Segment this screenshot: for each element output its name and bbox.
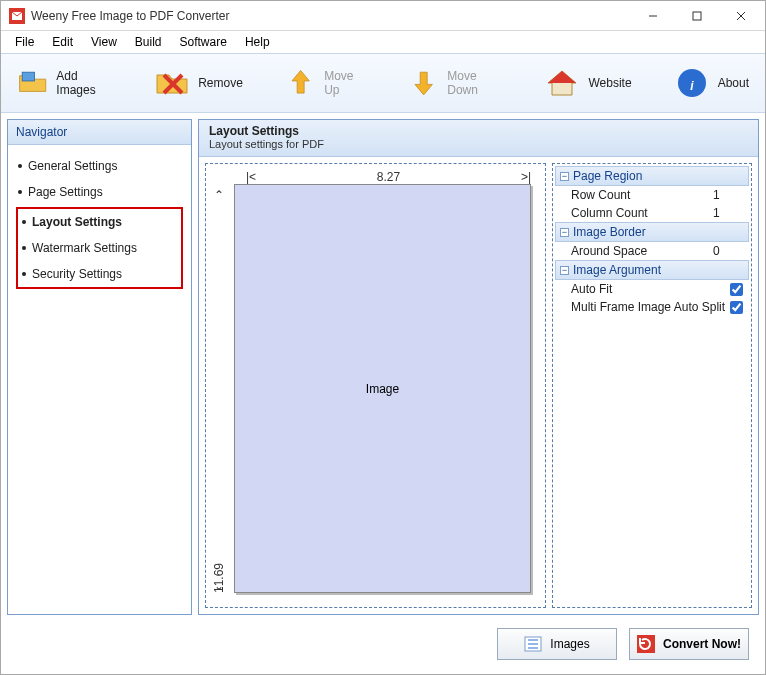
window-title: Weeny Free Image to PDF Converter <box>31 9 631 23</box>
arrow-down-icon <box>408 65 439 101</box>
nav-label: Security Settings <box>32 267 122 281</box>
prop-column-count[interactable]: Column Count1 <box>555 204 749 222</box>
arrow-up-icon <box>285 65 316 101</box>
convert-icon <box>637 635 655 653</box>
website-button[interactable]: Website <box>538 61 637 105</box>
content-panel: Layout Settings Layout settings for PDF … <box>198 119 759 615</box>
navigator-panel: Navigator General Settings Page Settings… <box>7 119 192 615</box>
auto-fit-checkbox[interactable] <box>730 283 743 296</box>
nav-item-layout[interactable]: Layout Settings <box>18 209 181 235</box>
remove-button[interactable]: Remove <box>148 61 249 105</box>
nav-item-watermark[interactable]: Watermark Settings <box>18 235 181 261</box>
toolbar: Add Images Remove Move Up Move Down Webs… <box>1 53 765 113</box>
move-up-button[interactable]: Move Up <box>279 61 372 105</box>
group-label: Image Border <box>573 225 646 239</box>
menu-view[interactable]: View <box>83 33 125 51</box>
svg-rect-5 <box>22 73 34 82</box>
nav-item-general[interactable]: General Settings <box>14 153 185 179</box>
main-area: Navigator General Settings Page Settings… <box>1 113 765 621</box>
menu-edit[interactable]: Edit <box>44 33 81 51</box>
close-button[interactable] <box>719 2 763 30</box>
prop-label: Column Count <box>571 206 648 220</box>
multi-split-checkbox[interactable] <box>730 301 743 314</box>
images-button[interactable]: Images <box>497 628 617 660</box>
nav-item-security[interactable]: Security Settings <box>18 261 181 287</box>
prop-value: 0 <box>713 244 743 258</box>
info-icon: i <box>674 65 710 101</box>
move-down-label: Move Down <box>447 69 502 97</box>
minimize-button[interactable] <box>631 2 675 30</box>
group-page-region[interactable]: −Page Region <box>555 166 749 186</box>
image-cell-label: Image <box>366 382 399 396</box>
prop-label: Row Count <box>571 188 630 202</box>
page-width-label: 8.27 <box>246 170 531 184</box>
layout-preview: |< 8.27 >| ⌃ 11.69 ⌄ Image <box>205 163 546 608</box>
nav-item-page[interactable]: Page Settings <box>14 179 185 205</box>
page-height-label: 11.69 <box>212 188 226 593</box>
prop-auto-fit[interactable]: Auto Fit <box>555 280 749 298</box>
list-icon <box>524 635 542 653</box>
collapse-icon: − <box>560 266 569 275</box>
highlight-box: Layout Settings Watermark Settings Secur… <box>16 207 183 289</box>
add-images-button[interactable]: Add Images <box>11 61 118 105</box>
group-image-border[interactable]: −Image Border <box>555 222 749 242</box>
app-icon <box>9 8 25 24</box>
folder-add-icon <box>17 65 48 101</box>
page-preview[interactable]: Image <box>234 184 531 593</box>
maximize-button[interactable] <box>675 2 719 30</box>
ruler-horizontal: |< 8.27 >| <box>246 170 531 184</box>
move-down-button[interactable]: Move Down <box>402 61 509 105</box>
menu-help[interactable]: Help <box>237 33 278 51</box>
nav-label: Watermark Settings <box>32 241 137 255</box>
prop-around-space[interactable]: Around Space0 <box>555 242 749 260</box>
remove-label: Remove <box>198 76 243 90</box>
content-subtitle: Layout settings for PDF <box>209 138 748 150</box>
bullet-icon <box>22 272 26 276</box>
group-image-argument[interactable]: −Image Argument <box>555 260 749 280</box>
folder-remove-icon <box>154 65 190 101</box>
group-label: Page Region <box>573 169 642 183</box>
navigator-header: Navigator <box>8 120 191 145</box>
properties-panel: −Page Region Row Count1 Column Count1 −I… <box>552 163 752 608</box>
images-label: Images <box>550 637 589 651</box>
content-header: Layout Settings Layout settings for PDF <box>199 120 758 157</box>
menu-software[interactable]: Software <box>172 33 235 51</box>
prop-value: 1 <box>713 206 743 220</box>
add-images-label: Add Images <box>56 69 112 97</box>
menu-bar: File Edit View Build Software Help <box>1 31 765 53</box>
about-button[interactable]: i About <box>668 61 755 105</box>
convert-button[interactable]: Convert Now! <box>629 628 749 660</box>
about-label: About <box>718 76 749 90</box>
website-label: Website <box>588 76 631 90</box>
home-icon <box>544 65 580 101</box>
bullet-icon <box>18 164 22 168</box>
prop-row-count[interactable]: Row Count1 <box>555 186 749 204</box>
bottom-bar: Images Convert Now! <box>1 621 765 667</box>
window-controls <box>631 2 763 30</box>
ruler-vertical: ⌃ 11.69 ⌄ <box>212 188 226 593</box>
prop-value: 1 <box>713 188 743 202</box>
nav-label: General Settings <box>28 159 117 173</box>
bullet-icon <box>22 220 26 224</box>
svg-rect-2 <box>693 12 701 20</box>
move-up-label: Move Up <box>324 69 366 97</box>
menu-file[interactable]: File <box>7 33 42 51</box>
bullet-icon <box>18 190 22 194</box>
group-label: Image Argument <box>573 263 661 277</box>
title-bar: Weeny Free Image to PDF Converter <box>1 1 765 31</box>
collapse-icon: − <box>560 228 569 237</box>
nav-label: Page Settings <box>28 185 103 199</box>
prop-label: Around Space <box>571 244 647 258</box>
nav-label: Layout Settings <box>32 215 122 229</box>
content-title: Layout Settings <box>209 124 748 138</box>
menu-build[interactable]: Build <box>127 33 170 51</box>
prop-label: Auto Fit <box>571 282 612 296</box>
prop-label: Multi Frame Image Auto Split <box>571 300 725 314</box>
convert-label: Convert Now! <box>663 637 741 651</box>
collapse-icon: − <box>560 172 569 181</box>
bullet-icon <box>22 246 26 250</box>
prop-multi-split[interactable]: Multi Frame Image Auto Split <box>555 298 749 316</box>
